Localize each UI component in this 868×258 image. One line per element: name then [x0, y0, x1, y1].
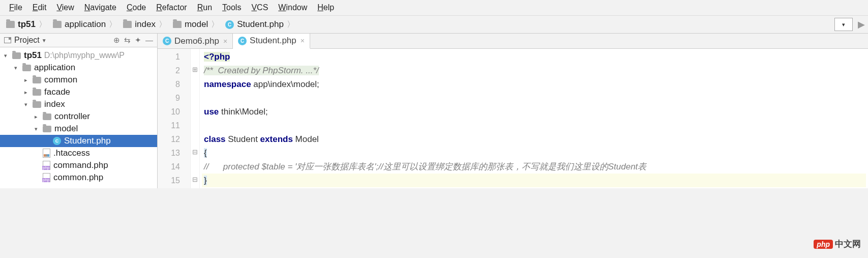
code-editor[interactable]: 1289101112131415 ⊞⊟⊟ <?php/** Created by…	[158, 49, 868, 188]
folder-icon	[12, 52, 21, 59]
folder-icon	[22, 65, 31, 71]
code-line[interactable]: // protected $table = '对应一张数据库表名';//这里可以…	[202, 160, 866, 174]
expander-icon[interactable]: ▾	[33, 126, 40, 132]
tree-item-common[interactable]: ▸common	[0, 74, 157, 86]
expander-icon[interactable]: ▾	[22, 101, 29, 108]
project-header[interactable]: Project ▼ ⊕ ⇆ ✦ —	[0, 34, 157, 47]
tree-root[interactable]: ▾ tp51 D:\php\myphp_www\P	[0, 49, 157, 62]
close-icon[interactable]: ×	[301, 37, 305, 45]
line-number: 9	[158, 91, 190, 105]
code-line[interactable]: /** Created by PhpStorm. ...*/	[202, 64, 866, 77]
breadcrumb-item[interactable]: model〉	[170, 18, 222, 31]
breadcrumb-label: Student.php	[237, 19, 284, 30]
fold-toggle	[191, 90, 199, 104]
tree-item-controller[interactable]: ▸controller	[0, 110, 157, 123]
menu-help[interactable]: Help	[312, 2, 339, 13]
menu-view[interactable]: View	[51, 2, 79, 13]
expander-icon[interactable]: ▸	[22, 89, 29, 96]
line-number: 2	[158, 64, 190, 77]
settings-icon[interactable]: ⇆	[124, 36, 131, 45]
tree-item-command-php[interactable]: command.php	[0, 159, 157, 171]
fold-toggle	[191, 131, 199, 145]
tree-item-label: application	[34, 63, 75, 73]
tree-item-label: command.php	[53, 160, 108, 170]
tree-item-label: index	[44, 99, 65, 109]
fold-toggle	[191, 159, 199, 173]
tree-item-index[interactable]: ▾index	[0, 98, 157, 110]
code-line[interactable]	[202, 91, 866, 105]
expander-icon[interactable]: ▾	[2, 52, 9, 59]
code-line[interactable]: use think\Model;	[202, 105, 866, 119]
php-class-icon: C	[163, 37, 171, 45]
menu-edit[interactable]: Edit	[27, 2, 52, 13]
folder-icon	[53, 21, 62, 28]
tree-item-label: facade	[44, 87, 70, 97]
code-line[interactable]: }	[202, 174, 866, 187]
menu-code[interactable]: Code	[122, 2, 151, 13]
tree-item-common-php[interactable]: common.php	[0, 171, 157, 184]
breadcrumb-arrow-icon: 〉	[159, 19, 167, 30]
fold-toggle[interactable]: ⊟	[191, 145, 199, 159]
line-number: 8	[158, 77, 190, 91]
menu-tools[interactable]: Tools	[217, 2, 246, 13]
menu-refactor[interactable]: Refactor	[151, 2, 192, 13]
code-line[interactable]: class Student extends Model	[202, 132, 866, 146]
breadcrumb-item[interactable]: index〉	[120, 18, 170, 31]
folder-icon	[43, 113, 51, 120]
tree-item--htaccess[interactable]: .htaccess	[0, 147, 157, 159]
code-line[interactable]: {	[202, 146, 866, 160]
folder-icon	[173, 21, 182, 28]
folder-icon	[123, 21, 132, 28]
php-class-icon: C	[225, 20, 234, 29]
tree-item-label: Student.php	[64, 136, 111, 146]
breadcrumb-item[interactable]: CStudent.php〉	[222, 18, 298, 31]
php-class-icon: C	[53, 137, 61, 145]
breadcrumb-item[interactable]: tp51〉	[3, 18, 50, 31]
menu-window[interactable]: Window	[273, 2, 312, 13]
project-tree: ▾ tp51 D:\php\myphp_www\P ▾application▸c…	[0, 47, 157, 186]
run-button-icon[interactable]: ▶	[858, 19, 865, 30]
menu-run[interactable]: Run	[192, 2, 217, 13]
breadcrumb-item[interactable]: application〉	[50, 18, 120, 31]
gear-icon[interactable]: ✦	[135, 36, 141, 45]
code-line[interactable]	[202, 119, 866, 132]
tree-item-student-php[interactable]: CStudent.php	[0, 135, 157, 147]
tree-item-label: model	[54, 124, 78, 134]
code-area[interactable]: <?php/** Created by PhpStorm. ...*/names…	[200, 49, 868, 188]
tree-item-facade[interactable]: ▸facade	[0, 86, 157, 98]
fold-toggle[interactable]: ⊞	[191, 63, 199, 76]
php-file-icon	[43, 173, 50, 182]
target-icon[interactable]: ⊕	[113, 36, 120, 45]
menu-navigate[interactable]: Navigate	[79, 2, 122, 13]
code-line[interactable]: <?php	[202, 50, 866, 64]
menu-file[interactable]: File	[4, 2, 27, 13]
menu-vcs[interactable]: VCS	[246, 2, 273, 13]
code-line[interactable]: namespace app\index\model;	[202, 77, 866, 91]
chevron-down-icon[interactable]: ▼	[42, 38, 47, 43]
tree-body: ▾application▸common▸facade▾index▸control…	[0, 62, 157, 184]
editor-tab-student-php[interactable]: CStudent.php×	[233, 34, 310, 49]
breadcrumb: tp51〉application〉index〉model〉CStudent.ph…	[3, 18, 834, 31]
line-number: 10	[158, 105, 190, 119]
expander-icon[interactable]: ▾	[12, 65, 19, 71]
tree-item-model[interactable]: ▾model	[0, 123, 157, 135]
tab-label: Student.php	[250, 36, 296, 46]
editor-tab-demo6-php[interactable]: CDemo6.php×	[158, 34, 233, 48]
tab-label: Demo6.php	[174, 36, 219, 46]
php-class-icon: C	[238, 37, 247, 45]
expander-icon[interactable]: ▸	[33, 113, 40, 120]
navigation-bar: tp51〉application〉index〉model〉CStudent.ph…	[0, 16, 868, 34]
tree-item-application[interactable]: ▾application	[0, 62, 157, 74]
breadcrumb-arrow-icon: 〉	[211, 19, 219, 30]
fold-toggle	[191, 76, 199, 90]
project-toolbar: ⊕ ⇆ ✦ —	[113, 36, 153, 45]
run-config-dropdown[interactable]: ▾	[834, 18, 853, 31]
fold-toggle[interactable]: ⊟	[191, 173, 199, 186]
close-icon[interactable]: ×	[223, 37, 227, 45]
tree-item-label: common.php	[53, 173, 103, 183]
breadcrumb-arrow-icon: 〉	[287, 19, 295, 30]
expander-icon[interactable]: ▸	[22, 77, 29, 83]
fold-toggle	[191, 104, 199, 118]
collapse-icon[interactable]: —	[145, 36, 153, 45]
line-number: 12	[158, 132, 190, 146]
